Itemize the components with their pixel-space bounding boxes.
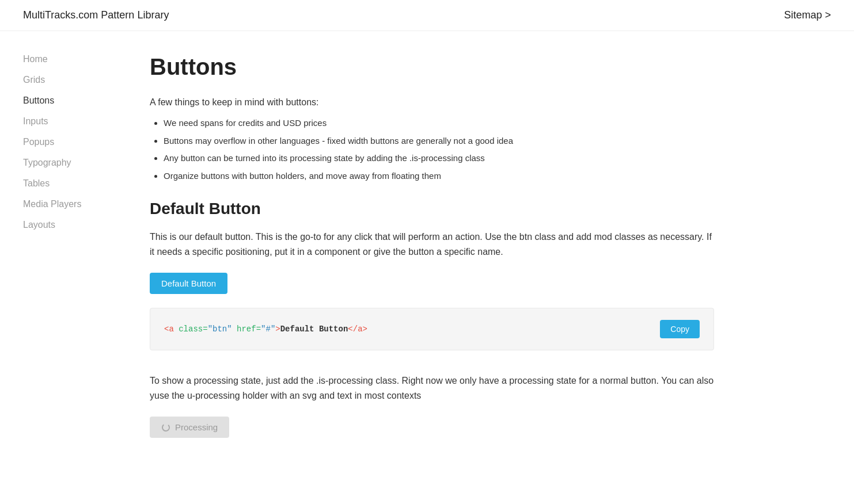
sidebar-item-tables: Tables <box>23 178 92 189</box>
svg-point-0 <box>162 423 170 432</box>
sidebar-item-buttons: Buttons <box>23 96 92 106</box>
sidebar-item-typography: Typography <box>23 158 92 168</box>
intro-text: A few things to keep in mind with button… <box>150 97 714 108</box>
sidebar-item-inputs: Inputs <box>23 116 92 127</box>
code-text-content: Default Button <box>280 324 348 334</box>
processing-button-label: Processing <box>175 422 218 432</box>
processing-button: Processing <box>150 417 229 438</box>
code-block-container: <a class="btn" href="#">Default Button</… <box>150 308 714 350</box>
code-attr-class: class= <box>179 324 207 334</box>
code-snippet: <a class="btn" href="#">Default Button</… <box>164 324 367 334</box>
sitemap-link[interactable]: Sitemap > <box>784 9 831 21</box>
sidebar-item-home: Home <box>23 54 92 64</box>
spinner-icon <box>161 423 170 432</box>
intro-bullets: We need spans for credits and USD prices… <box>150 117 714 182</box>
sidebar-nav: Home Grids Buttons Inputs Popups Typogra… <box>23 54 92 230</box>
copy-button[interactable]: Copy <box>660 320 700 338</box>
page-title: Buttons <box>150 54 714 80</box>
sidebar-item-media-players: Media Players <box>23 199 92 209</box>
default-button[interactable]: Default Button <box>150 273 227 294</box>
intro-bullet-2: Buttons may overflow in other languages … <box>164 135 714 148</box>
code-tag-open: <a <box>164 324 174 334</box>
code-value-class: "btn" <box>208 324 232 334</box>
processing-description: To show a processing state, just add the… <box>150 373 714 403</box>
sidebar-item-popups: Popups <box>23 137 92 147</box>
sidebar-item-layouts: Layouts <box>23 220 92 230</box>
default-button-description: This is our default button. This is the … <box>150 230 714 259</box>
main-content: Buttons A few things to keep in mind wit… <box>115 31 749 501</box>
intro-bullet-3: Any button can be turned into its proces… <box>164 152 714 165</box>
sidebar-item-grids: Grids <box>23 75 92 85</box>
site-title: MultiTracks.com Pattern Library <box>23 9 169 21</box>
site-header: MultiTracks.com Pattern Library Sitemap … <box>0 0 854 31</box>
default-button-heading: Default Button <box>150 200 714 218</box>
code-attr-href: href= <box>237 324 261 334</box>
code-tag-close-start: > <box>275 324 280 334</box>
sidebar: Home Grids Buttons Inputs Popups Typogra… <box>0 31 115 501</box>
intro-bullet-4: Organize buttons with button holders, an… <box>164 170 714 183</box>
code-value-href: "#" <box>261 324 275 334</box>
code-tag-close: </a> <box>348 324 367 334</box>
intro-bullet-1: We need spans for credits and USD prices <box>164 117 714 130</box>
